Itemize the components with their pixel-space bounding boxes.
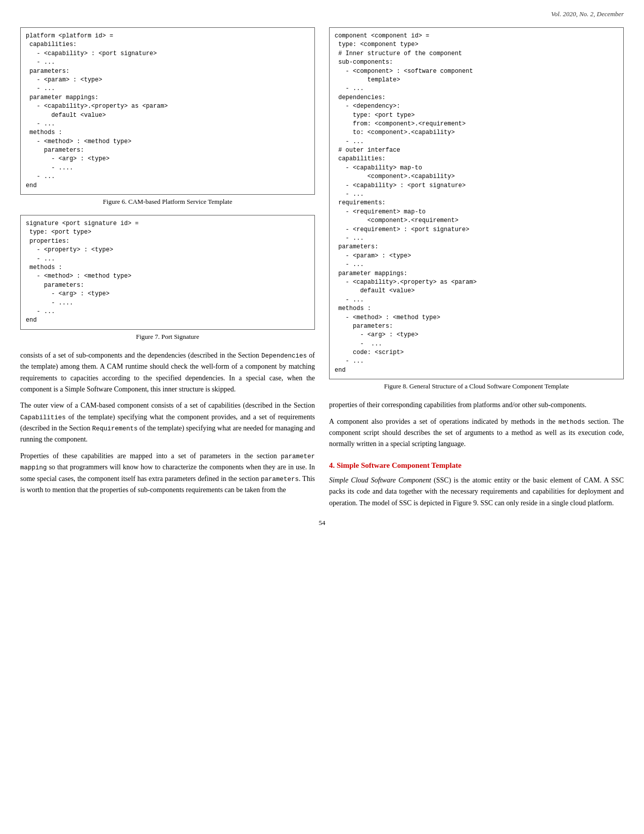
section4-para-1: Simple Cloud Software Component (SSC) is…	[329, 475, 624, 509]
figure7-caption: Figure 7. Port Signature	[20, 333, 315, 341]
left-para-2: The outer view of a CAM-based component …	[20, 400, 315, 446]
figure8-caption: Figure 8. General Structure of a Cloud S…	[329, 382, 624, 390]
page-header: Vol. 2020, No. 2, December	[20, 10, 624, 18]
left-para-3: Properties of these capabilities are map…	[20, 451, 315, 496]
right-column: component <component id> = type: <compon…	[329, 27, 624, 514]
figure7-code: signature <port signature id> = type: <p…	[20, 215, 315, 330]
right-para-1: properties of their corresponding capabi…	[329, 400, 624, 411]
left-column: platform <platform id> = capabilities: -…	[20, 27, 315, 514]
figure6-caption: Figure 6. CAM-based Platform Service Tem…	[20, 198, 315, 206]
figure8-code: component <component id> = type: <compon…	[329, 27, 624, 379]
right-para-2: A component also provides a set of opera…	[329, 416, 624, 450]
figure6-code: platform <platform id> = capabilities: -…	[20, 27, 315, 195]
left-para-1: consists of a set of sub-components and …	[20, 350, 315, 396]
section4-heading: 4. Simple Software Component Template	[329, 461, 624, 470]
page-number: 54	[20, 519, 624, 527]
